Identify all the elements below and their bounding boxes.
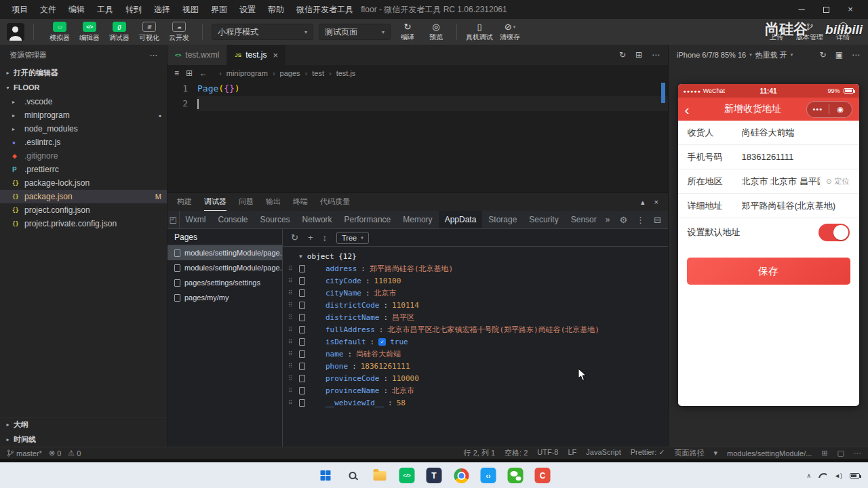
breadcrumb-item[interactable]: test [300,69,324,77]
file-row[interactable]: {} project.private.config.json [0,217,167,230]
tree-property-row[interactable]: ⠿ phone : ✓ 18361261111 [283,360,668,372]
menu-item[interactable]: 视图 [176,0,205,19]
tree-property-row[interactable]: ⠿ districtCode : ✓ 110114 [283,299,668,311]
panel-toggle-button[interactable]: ⊞ 可视化 [135,22,163,43]
wechat-app[interactable] [507,466,525,485]
tab-overflow-icon[interactable]: » [603,211,613,228]
t-app[interactable]: T [425,466,443,485]
property-value[interactable]: 110100 [374,277,401,285]
panel-toggle-button[interactable]: {} 调试器 [105,22,134,43]
devtools-tab[interactable]: Performance [338,211,397,228]
property-key[interactable]: provinceName [326,386,379,395]
property-key[interactable]: phone [326,362,348,371]
property-key[interactable]: isDefault [326,338,366,346]
hot-reload-toggle[interactable]: 热重载 开 [755,50,787,60]
split-editor-icon[interactable]: ⊞ [635,50,642,60]
close-tab-icon[interactable]: × [273,50,279,60]
drag-handle-icon[interactable]: ⠿ [288,350,298,357]
refresh-icon[interactable]: ↻ [619,50,626,60]
more-icon[interactable]: ⋯ [852,50,860,60]
devtools-tab[interactable]: Sensor [565,211,603,228]
property-value[interactable]: 北京市昌平区北七家镇宏福十号院(郑平路东)尚硅谷(北京基地) [387,325,599,335]
devtools-tab[interactable]: AppData [439,211,483,228]
collapse-panel-icon[interactable]: ▴ [641,198,645,207]
view-mode-select[interactable]: Tree ▾ [336,232,369,244]
drag-handle-icon[interactable]: ⠿ [288,375,298,382]
devtools-tab[interactable]: Memory [397,211,438,228]
property-key[interactable]: districtCode [326,301,379,310]
save-button[interactable]: 保存 [687,258,850,285]
property-key[interactable]: districtName [326,313,379,322]
property-value[interactable]: 昌平区 [392,312,414,323]
menu-item[interactable]: 选择 [148,0,176,19]
tree-property-row[interactable]: ⠿ provinceName : ✓ 北京市 [283,384,668,396]
device-select[interactable]: iPhone 6/7/8 85% 16 [677,51,746,59]
menu-item[interactable]: 帮助 [262,0,290,19]
field-input[interactable]: 郑平路尚硅谷(北京基地) [742,200,850,212]
preview-button[interactable]: ◎ 预览 [425,22,448,42]
menu-item[interactable]: 界面 [205,0,233,19]
project-root-section[interactable]: ▾ FLOOR [0,80,167,95]
boolean-checkbox[interactable]: ✓ [378,338,386,346]
drag-handle-icon[interactable]: ⠿ [288,277,298,284]
menu-item[interactable]: 文件 [34,0,62,19]
drag-handle-icon[interactable]: ⠿ [288,387,298,394]
breadcrumb-item[interactable]: pages [268,69,300,77]
property-value[interactable]: 尚硅谷大前端 [356,349,401,359]
layout-icon[interactable]: ⊞ [821,449,827,458]
devtools-tab[interactable]: Sources [254,211,296,228]
property-key[interactable]: __webviewId__ [326,399,384,407]
drag-handle-icon[interactable]: ⠿ [288,314,298,321]
drag-handle-icon[interactable]: ⠿ [288,326,298,333]
add-property-icon[interactable]: + [308,232,313,243]
file-row[interactable]: ● .eslintrc.js [0,136,167,149]
breadcrumb-item[interactable]: test.js [324,69,355,77]
file-row[interactable]: {} package.json M [0,190,167,203]
current-page-path[interactable]: modules/settingModule/... [727,449,812,458]
property-value[interactable]: 18361261111 [361,362,410,371]
tree-property-row[interactable]: ⠿ cityName : ✓ 北京市 [283,287,668,299]
file-list-icon[interactable]: ≡ [174,68,179,78]
file-explorer-button[interactable] [371,466,389,485]
feedback-icon[interactable]: ▢ [837,449,844,458]
panel-toggle-button[interactable]: </> 编辑器 [75,22,104,43]
restart-icon[interactable]: ↻ [820,50,827,60]
default-address-toggle[interactable] [818,224,850,241]
page-list-item[interactable]: pages/my/my [167,290,282,305]
wechat-devtools-app[interactable]: </> [398,466,416,485]
start-button[interactable] [317,466,335,485]
panel-tab[interactable]: 问题 [239,193,254,211]
back-arrow-icon[interactable]: ← [199,68,208,78]
field-input[interactable]: 18361261111 [742,152,850,162]
user-avatar[interactable] [7,23,24,41]
file-row[interactable]: ▸ miniprogram ● [0,108,167,122]
property-value[interactable]: 58 [397,399,406,407]
drag-handle-icon[interactable]: ⠿ [288,399,298,406]
tree-property-row[interactable]: ⠿ name : ✓ 尚硅谷大前端 [283,348,668,360]
warnings-indicator[interactable]: ⚠ 0 [68,449,81,458]
git-branch-indicator[interactable]: master* [7,449,42,458]
screenshot-icon[interactable]: ▣ [835,50,843,60]
more-actions-icon[interactable]: ⋯ [150,51,157,60]
locate-button[interactable]: ⊙定位 [820,176,849,188]
property-value[interactable]: 110114 [392,301,419,310]
sort-icon[interactable]: ↕ [323,232,328,243]
inspect-element-icon[interactable]: ◰ [167,211,180,228]
file-row[interactable]: ◆ .gitignore [0,149,167,163]
c-app[interactable]: C [534,466,552,485]
drag-handle-icon[interactable]: ⠿ [288,363,298,369]
errors-indicator[interactable]: ⊗ 0 [49,449,61,458]
property-value[interactable]: 郑平路尚硅谷(北京基地) [370,264,453,274]
tree-property-row[interactable]: ⠿ cityCode : ✓ 110100 [283,274,668,287]
chrome-app[interactable] [452,466,471,485]
mode-select[interactable]: 小程序模式 ▾ [212,24,313,40]
property-key[interactable]: cityCode [326,277,361,285]
refresh-icon[interactable]: ↻ [291,232,298,243]
more-actions-icon[interactable]: ⋯ [652,50,660,60]
devtools-tab[interactable]: Network [296,211,338,228]
menu-item[interactable]: 编辑 [62,0,91,19]
breadcrumb-item[interactable]: miniprogram [214,69,268,77]
property-key[interactable]: address [326,264,357,273]
upload-button[interactable]: ↑ 上传 [765,22,788,42]
more-options-icon[interactable]: ⋮ [636,215,645,225]
